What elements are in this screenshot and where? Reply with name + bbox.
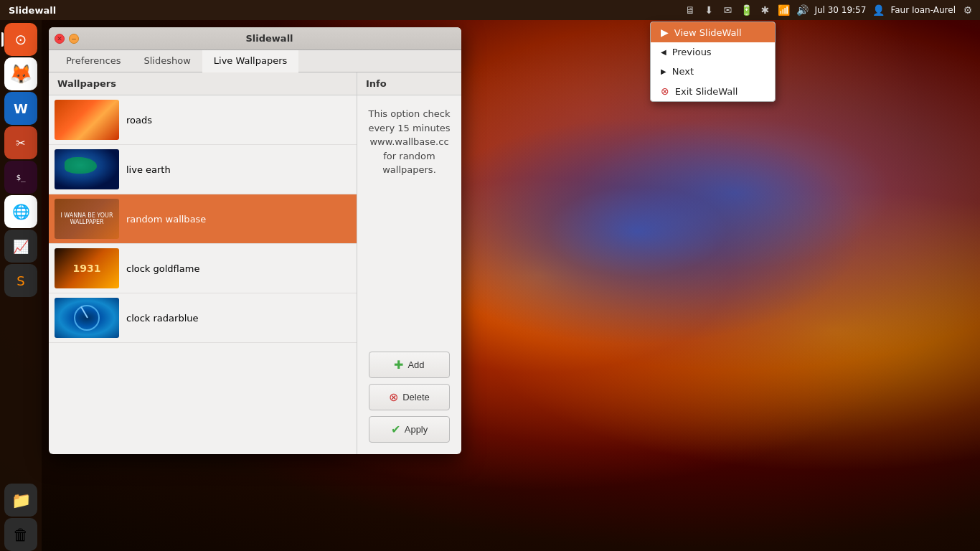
launcher-libreoffice[interactable]: W	[4, 92, 37, 125]
shotwell-icon: S	[17, 273, 24, 288]
launcher-terminal[interactable]: $_	[4, 161, 37, 194]
launcher-files[interactable]: 📁	[4, 484, 37, 517]
firefox-icon: 🦊	[9, 63, 32, 85]
titlebar: ✕ − Slidewall	[49, 27, 461, 50]
panel-username[interactable]: Faur Ioan-Aurel	[890, 5, 956, 15]
content-area: Wallpapers roads live earth I WANNA BE Y…	[49, 72, 461, 454]
wallpaper-name-radarblue: clock radarblue	[126, 313, 199, 324]
launcher: ⊙ 🦊 W ✂ $_ 🌐 📈 S 📁 🗑	[0, 20, 42, 551]
info-text: This option check every 15 minutes www.w…	[357, 95, 461, 189]
launcher-chromium[interactable]: 🌐	[4, 195, 37, 228]
wallpapers-header: Wallpapers	[49, 72, 357, 95]
previous-icon: ◀	[661, 48, 666, 56]
menu-item-exit-label: Exit SlideWall	[675, 86, 738, 97]
context-menu: ▶ View SlideWall ◀ Previous ▶ Next ⊗ Exi…	[650, 22, 776, 102]
panel-left: Slidewall	[3, 5, 62, 16]
launcher-ubuntu[interactable]: ⊙	[4, 23, 37, 56]
menu-item-next[interactable]: ▶ Next	[651, 62, 775, 81]
wallpaper-item-roads[interactable]: roads	[49, 95, 357, 145]
wallpaper-list[interactable]: roads live earth I WANNA BE YOUR WALLPAP…	[49, 95, 357, 454]
terminal-icon: $_	[16, 173, 25, 182]
menu-item-exit[interactable]: ⊗ Exit SlideWall	[651, 81, 775, 101]
menu-item-next-label: Next	[672, 66, 694, 77]
apply-label: Apply	[405, 424, 428, 435]
menu-item-view-label: View SlideWall	[674, 27, 742, 38]
monitor-icon: 📈	[13, 239, 29, 254]
mail-icon[interactable]: ✉	[721, 4, 734, 17]
trash-icon: 🗑	[13, 526, 29, 544]
next-icon: ▶	[661, 67, 666, 75]
wallpapers-pane: Wallpapers roads live earth I WANNA BE Y…	[49, 72, 357, 454]
menu-item-previous-label: Previous	[672, 47, 712, 57]
download-icon[interactable]: ⬇	[702, 4, 715, 17]
screenshot-icon[interactable]: 🖥	[684, 4, 697, 17]
libreoffice-icon: W	[14, 101, 28, 116]
launcher-shotwell[interactable]: S	[4, 264, 37, 297]
chromium-icon: 🌐	[12, 203, 30, 220]
settings-icon[interactable]: ⚙	[961, 4, 974, 17]
wallpaper-item-goldflame[interactable]: clock goldflame	[49, 244, 357, 293]
volume-icon[interactable]: 🔊	[796, 4, 809, 17]
add-button[interactable]: ✚ Add	[369, 352, 450, 378]
apply-icon: ✔	[391, 423, 400, 436]
slidewall-window: ✕ − Slidewall Preferences Slideshow Live…	[49, 27, 461, 454]
panel-time: Jul 30 19:57	[814, 5, 866, 15]
delete-button[interactable]: ⊗ Delete	[369, 384, 450, 410]
top-panel: Slidewall 🖥 ⬇ ✉ 🔋 ✱ 📶 🔊 Jul 30 19:57 👤 F…	[0, 0, 980, 20]
wallpaper-item-wallbase[interactable]: I WANNA BE YOUR WALLPAPER random wallbas…	[49, 194, 357, 244]
delete-label: Delete	[402, 392, 430, 402]
menu-item-view-slidewall[interactable]: ▶ View SlideWall	[651, 22, 775, 42]
delete-icon: ⊗	[389, 390, 398, 404]
info-pane: Info This option check every 15 minutes …	[357, 72, 461, 454]
view-slidewall-icon: ▶	[661, 27, 669, 38]
launcher-trash[interactable]: 🗑	[4, 518, 37, 551]
menu-item-previous[interactable]: ◀ Previous	[651, 42, 775, 62]
info-header: Info	[357, 72, 461, 95]
wallpaper-thumb-earth	[55, 149, 119, 189]
launcher-monitor[interactable]: 📈	[4, 230, 37, 263]
wallpaper-name-wallbase: random wallbase	[126, 214, 206, 225]
ubuntu-icon: ⊙	[15, 31, 27, 48]
close-button[interactable]: ✕	[55, 34, 65, 44]
bluetooth-icon[interactable]: ✱	[758, 4, 771, 17]
wifi-icon[interactable]: 📶	[777, 4, 790, 17]
wallpaper-item-radarblue[interactable]: clock radarblue	[49, 293, 357, 343]
add-icon: ✚	[394, 358, 403, 372]
tab-live-wallpapers[interactable]: Live Wallpapers	[202, 50, 298, 72]
wallpaper-name-goldflame: clock goldflame	[126, 263, 199, 274]
user-icon: 👤	[872, 4, 885, 17]
launcher-firefox[interactable]: 🦊	[4, 57, 37, 90]
files-icon: 📁	[11, 491, 31, 509]
wallpaper-name-roads: roads	[126, 115, 152, 126]
battery-icon[interactable]: 🔋	[740, 4, 753, 17]
action-buttons: ✚ Add ⊗ Delete ✔ Apply	[357, 340, 461, 454]
tab-slideshow[interactable]: Slideshow	[132, 50, 202, 72]
apply-button[interactable]: ✔ Apply	[369, 416, 450, 443]
window-title: Slidewall	[83, 33, 456, 44]
panel-right: 🖥 ⬇ ✉ 🔋 ✱ 📶 🔊 Jul 30 19:57 👤 Faur Ioan-A…	[684, 4, 977, 17]
tab-preferences[interactable]: Preferences	[55, 50, 132, 72]
wallpaper-thumb-wallbase: I WANNA BE YOUR WALLPAPER	[55, 199, 119, 239]
wallpaper-thumb-roads	[55, 100, 119, 140]
panel-app-name: Slidewall	[3, 5, 62, 16]
wallpaper-thumb-radarblue	[55, 298, 119, 338]
wallpaper-item-live-earth[interactable]: live earth	[49, 145, 357, 194]
wallpaper-name-earth: live earth	[126, 164, 171, 175]
add-label: Add	[407, 359, 424, 370]
wallpaper-thumb-goldflame	[55, 248, 119, 288]
minimize-button[interactable]: −	[69, 34, 79, 44]
tab-bar: Preferences Slideshow Live Wallpapers	[49, 50, 461, 72]
launcher-app4[interactable]: ✂	[4, 126, 37, 159]
exit-icon: ⊗	[661, 85, 669, 97]
wallbase-thumb-text: I WANNA BE YOUR WALLPAPER	[57, 212, 116, 225]
app4-icon: ✂	[16, 136, 25, 150]
